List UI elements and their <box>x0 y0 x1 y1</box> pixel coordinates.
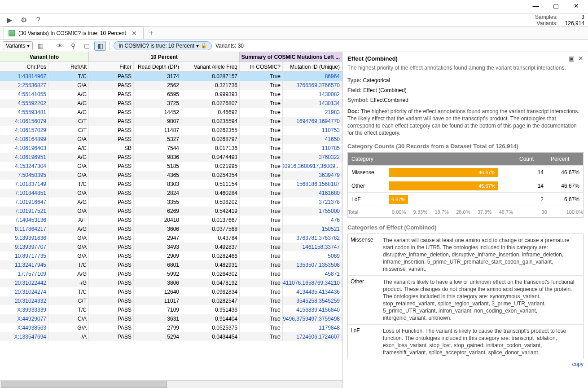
cell: 5069 <box>283 251 342 260</box>
gear-icon[interactable]: ⚙ <box>18 15 30 25</box>
cell: 1430134 <box>283 99 342 108</box>
table-row[interactable]: 4:153247304G/APASS51850.021995True360091… <box>0 162 342 171</box>
table-row[interactable]: 7:50450395G/APASS43650.0254354True363947… <box>0 171 342 180</box>
cell: -/G <box>48 278 89 287</box>
table-body[interactable]: 1:43814967T/CPASS31740.0287157True869642… <box>0 72 342 380</box>
table-row[interactable]: 20:31024274T/CPASS126400.0962834True4134… <box>0 287 342 296</box>
cell: True <box>240 153 283 162</box>
table-row[interactable]: 7:101844851G/APASS28240.460284True416168… <box>0 189 342 198</box>
table-row[interactable]: 4:106156079C/TPASS98070.0235594True16947… <box>0 117 342 126</box>
cell: 0.0962834 <box>181 287 240 296</box>
cell: True <box>240 198 283 207</box>
cell: 3631 <box>134 314 181 323</box>
tick-label: 46.7% <box>499 209 513 215</box>
cell: 0.511154 <box>181 180 240 189</box>
tab-close-icon[interactable]: ✕ <box>130 30 139 37</box>
category-bar: 6.67% <box>389 195 408 204</box>
cell: 3759496,3759497,3759498 <box>283 314 342 323</box>
table-row[interactable]: 9:139391636G/APASS29470.43784True3763781… <box>0 234 342 242</box>
panel-maximize-icon[interactable]: ▣ <box>569 55 575 62</box>
window-maximize-button[interactable]: ▢ <box>546 0 566 12</box>
table-row[interactable]: 11:32417945T/CPASS68010.482931True135350… <box>0 260 342 269</box>
effect-row: LoFLoss of Function. The variant is like… <box>348 325 583 359</box>
cell: 0.321736 <box>181 81 240 90</box>
col-depth[interactable]: Read Depth (DP) <box>134 62 181 71</box>
panel-close-icon[interactable]: ✕ <box>578 55 584 62</box>
cell: 6269 <box>134 207 181 216</box>
run-icon[interactable]: ▶ <box>4 15 15 25</box>
horizontal-scrollbar[interactable] <box>0 380 342 388</box>
table-row[interactable]: 4:106157029C/TPASS114870.0262355True1107… <box>0 126 342 135</box>
chevron-down-icon: ▾ <box>27 43 30 49</box>
table-row[interactable]: 4:55141055A/GPASS65950.999393True1430082 <box>0 90 342 99</box>
category-bar-cell: 46.67% <box>389 168 516 177</box>
cell: PASS <box>89 108 134 117</box>
table-row[interactable]: X:133547694-/APASS52940.0434454True17246… <box>0 332 342 341</box>
window-minimize-button[interactable]: — <box>526 0 546 12</box>
rect-icon[interactable]: ▢ <box>81 41 92 51</box>
cell: True <box>240 72 283 81</box>
col-filter[interactable]: Filter <box>89 62 134 71</box>
table-row[interactable]: 7:101916647A/GPASS33550.508202True372137… <box>0 198 342 207</box>
eye-icon[interactable]: 👁 <box>54 41 66 51</box>
window-close-button[interactable]: ✕ <box>566 0 586 12</box>
main-toolbar: ▶ ⚙ ? Samples:3 Variants:126,914 <box>0 13 588 26</box>
cell: 0.46692 <box>181 108 240 117</box>
variants-dropdown[interactable]: Variants▾ <box>3 41 33 50</box>
cell: True <box>240 108 283 117</box>
table-row[interactable]: 4:106196403A/CSB75440.017136True110785 <box>0 144 342 153</box>
table-row[interactable]: 17:7577109A/GPASS59920.0264302True45871 <box>0 269 342 278</box>
col-vaf[interactable]: Variant Allele Freq <box>181 62 240 71</box>
table-row[interactable]: 7:101917521G/APASS62690.542419True175500… <box>0 207 342 216</box>
table-row[interactable]: 7:101837149T/CPASS83030.511154True156818… <box>0 180 342 189</box>
table-row[interactable]: 9:139397707G/APASS34930.492837True146115… <box>0 242 342 251</box>
cell: True <box>240 225 283 234</box>
cat-head-bar <box>389 153 516 165</box>
table-row[interactable]: 4:55593481A/GPASS144520.46692True21983 <box>0 108 342 117</box>
table-row[interactable]: 10:89717735G/APASS29090.0282466True5069 <box>0 251 342 260</box>
table-row[interactable]: X:44938563G/APASS27990.0525375True117984… <box>0 323 342 332</box>
help-icon[interactable]: ? <box>32 15 44 25</box>
table-row[interactable]: 4:55592202A/GPASS37250.0276807True143013… <box>0 99 342 108</box>
table-row[interactable]: 1:43814967T/CPASS31740.0287157True86964 <box>0 72 342 81</box>
tab-add-button[interactable]: ＋ <box>145 28 157 38</box>
cell: 1694769,1694770 <box>283 117 342 126</box>
cell: 0.914404 <box>181 314 240 323</box>
filter-chip[interactable]: In COSMIC? is true: 10 Percent▾🔓 <box>114 41 212 50</box>
cell: 1724606,1724607 <box>283 332 342 341</box>
cell: 7:101837149 <box>0 180 48 189</box>
effect-description: The variant is likely to have a low or u… <box>380 276 583 324</box>
cell: 6595 <box>134 90 181 99</box>
cell: PASS <box>89 180 134 189</box>
copy-link[interactable]: copy <box>347 359 584 369</box>
table-row[interactable]: 8:117864217A/GPASS36060.0377568True15052… <box>0 225 342 234</box>
table-row[interactable]: 20:31024332C/TPASS110170.0282547True3545… <box>0 296 342 305</box>
col-refalt[interactable]: Ref/Alt <box>48 62 89 71</box>
cell: 0.0377568 <box>181 225 240 234</box>
person-icon[interactable]: ⚲ <box>67 41 79 51</box>
cell: 5992 <box>134 269 181 278</box>
layout-icon[interactable]: ▦ <box>35 41 46 51</box>
category-percent: 46.67% <box>547 169 583 176</box>
table-row[interactable]: 7:140453136A/TPASS204100.0137667True476 <box>0 216 342 225</box>
cell: 3174 <box>134 72 181 81</box>
table-row[interactable]: 4:106196951A/GPASS98360.0474493True37603… <box>0 153 342 162</box>
cell: 1755000 <box>283 207 342 216</box>
cell: 20:31022442 <box>0 278 48 287</box>
category-bar: 46.67% <box>389 181 498 190</box>
tab-variants[interactable]: (30 Variants) In COSMIC? is true: 10 Per… <box>4 26 144 39</box>
effect-row: OtherThe variant is likely to have a low… <box>348 276 583 325</box>
split-icon[interactable]: ◧ <box>94 41 106 51</box>
scrollbar-thumb[interactable] <box>1 381 167 388</box>
table-row[interactable]: X:39933339T/CPASS71090.951436True4156839… <box>0 305 342 314</box>
col-incosmic[interactable]: In COSMIC? <box>240 62 283 71</box>
col-chrpos[interactable]: Chr:Pos <box>0 62 48 71</box>
cell: PASS <box>89 251 134 260</box>
col-mutid[interactable]: Mutation ID (Unique) <box>283 62 342 71</box>
cell: X:44938563 <box>0 323 48 332</box>
table-row[interactable]: 2:25536827G/APASS25620.321736True3766569… <box>0 81 342 90</box>
table-row[interactable]: 20:31022442-/GPASS38060.0478192True14110… <box>0 278 342 287</box>
table-row[interactable]: 4:106164899G/APASS53270.0268797True41650 <box>0 135 342 144</box>
table-row[interactable]: X:44929077C/APASS36310.914404True3759496… <box>0 314 342 323</box>
cell: 12640 <box>134 287 181 296</box>
